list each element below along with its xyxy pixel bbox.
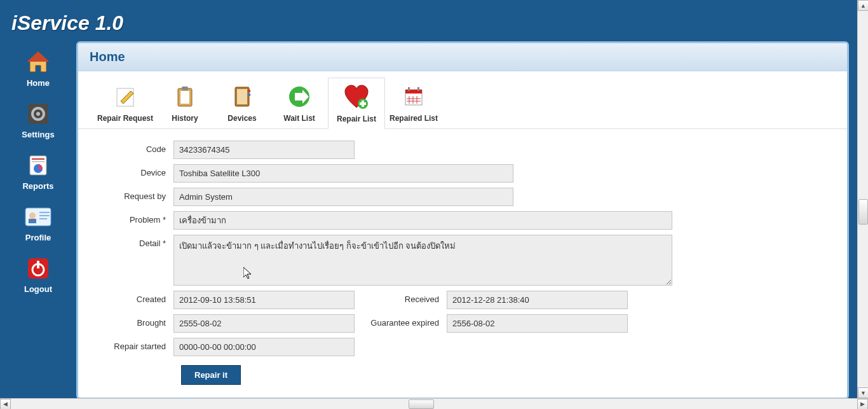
brought-field[interactable] bbox=[173, 314, 355, 333]
label-code: Code bbox=[91, 141, 173, 159]
scroll-left-icon[interactable]: ◀ bbox=[0, 399, 11, 410]
calendar-icon bbox=[399, 82, 428, 111]
tab-repair-list[interactable]: Repair List bbox=[328, 78, 385, 129]
scroll-track[interactable] bbox=[858, 11, 868, 387]
detail-field[interactable] bbox=[173, 235, 672, 286]
svg-point-4 bbox=[36, 112, 40, 116]
house-icon bbox=[24, 48, 53, 77]
label-guarantee: Guarantee expired bbox=[355, 314, 447, 333]
gear-icon bbox=[24, 99, 53, 128]
tab-history[interactable]: History bbox=[156, 78, 214, 128]
repair-started-field[interactable] bbox=[173, 338, 355, 356]
tab-repaired-list[interactable]: Repaired List bbox=[385, 78, 442, 128]
note-edit-icon bbox=[111, 82, 140, 111]
report-icon bbox=[24, 151, 53, 180]
sidebar-item-settings[interactable]: Settings bbox=[22, 99, 54, 139]
scroll-right-icon[interactable]: ▶ bbox=[857, 399, 868, 410]
sidebar-label: Settings bbox=[22, 130, 54, 139]
sidebar-item-home[interactable]: Home bbox=[24, 48, 53, 88]
problem-field[interactable] bbox=[173, 211, 672, 230]
heart-plus-icon bbox=[342, 83, 371, 112]
scroll-down-icon[interactable]: ▼ bbox=[858, 387, 868, 398]
sidebar-item-logout[interactable]: Logout bbox=[24, 254, 53, 294]
svg-rect-17 bbox=[37, 261, 39, 268]
received-field[interactable] bbox=[447, 291, 628, 309]
svg-rect-13 bbox=[39, 215, 50, 216]
svg-rect-14 bbox=[39, 218, 47, 219]
svg-rect-21 bbox=[180, 91, 189, 104]
app-title: iService 1.0 bbox=[0, 0, 868, 41]
svg-rect-26 bbox=[248, 94, 250, 96]
svg-rect-31 bbox=[360, 102, 366, 105]
label-created: Created bbox=[91, 291, 173, 309]
power-icon bbox=[24, 254, 53, 283]
main-panel: Home Repair Request History Devices bbox=[76, 41, 849, 399]
request-by-field[interactable] bbox=[173, 188, 513, 206]
sidebar-label: Profile bbox=[25, 233, 51, 242]
svg-point-10 bbox=[29, 212, 36, 219]
vertical-scrollbar[interactable]: ▲ ▼ bbox=[857, 0, 868, 398]
panel-header: Home bbox=[78, 43, 847, 71]
tab-repair-request[interactable]: Repair Request bbox=[94, 78, 156, 128]
scroll-thumb[interactable] bbox=[409, 399, 434, 409]
device-field[interactable] bbox=[173, 164, 513, 183]
address-book-icon bbox=[227, 82, 257, 111]
toolbar: Repair Request History Devices Wait List bbox=[78, 71, 847, 129]
svg-rect-39 bbox=[408, 87, 410, 91]
svg-rect-11 bbox=[29, 219, 36, 223]
form-area: Code Device Request by Problem * Detail … bbox=[78, 129, 847, 398]
svg-rect-7 bbox=[32, 161, 44, 162]
label-device: Device bbox=[91, 164, 173, 183]
label-problem: Problem * bbox=[91, 211, 173, 230]
sidebar-label: Logout bbox=[24, 284, 52, 294]
tab-label: Wait List bbox=[283, 114, 315, 123]
created-field[interactable] bbox=[173, 291, 355, 309]
svg-rect-6 bbox=[32, 158, 44, 160]
svg-rect-12 bbox=[39, 212, 50, 213]
sidebar-label: Home bbox=[27, 78, 50, 88]
sidebar: Home Settings Reports Profile Logout bbox=[0, 41, 76, 399]
svg-rect-22 bbox=[182, 87, 188, 90]
svg-rect-33 bbox=[405, 90, 422, 94]
panel-title: Home bbox=[90, 50, 836, 64]
sidebar-label: Reports bbox=[22, 181, 53, 191]
svg-rect-25 bbox=[248, 90, 250, 92]
tab-wait-list[interactable]: Wait List bbox=[271, 78, 328, 128]
tab-label: Devices bbox=[227, 114, 256, 123]
scroll-up-icon[interactable]: ▲ bbox=[858, 0, 868, 11]
tab-label: Repair List bbox=[337, 114, 376, 123]
svg-rect-40 bbox=[417, 87, 419, 91]
tab-label: Repair Request bbox=[97, 114, 153, 123]
svg-rect-24 bbox=[237, 89, 247, 104]
label-request-by: Request by bbox=[91, 188, 173, 206]
sidebar-item-reports[interactable]: Reports bbox=[22, 151, 53, 191]
guarantee-field[interactable] bbox=[447, 314, 628, 333]
arrow-right-icon bbox=[285, 82, 314, 111]
scroll-thumb[interactable] bbox=[858, 199, 868, 225]
horizontal-scrollbar[interactable]: ◀ ▶ bbox=[0, 398, 868, 409]
repair-it-button[interactable]: Repair it bbox=[181, 365, 241, 385]
label-brought: Brought bbox=[91, 314, 173, 333]
label-repair-started: Repair started bbox=[91, 338, 173, 356]
label-received: Received bbox=[355, 291, 447, 309]
tab-label: History bbox=[172, 114, 198, 123]
tab-devices[interactable]: Devices bbox=[214, 78, 271, 128]
tab-label: Repaired List bbox=[390, 114, 438, 123]
scroll-track[interactable] bbox=[11, 399, 857, 410]
label-detail: Detail * bbox=[91, 235, 173, 286]
svg-marker-1 bbox=[27, 52, 49, 62]
code-field[interactable] bbox=[173, 141, 355, 159]
clipboard-icon bbox=[170, 82, 200, 111]
sidebar-item-profile[interactable]: Profile bbox=[24, 202, 53, 242]
id-card-icon bbox=[24, 202, 53, 232]
